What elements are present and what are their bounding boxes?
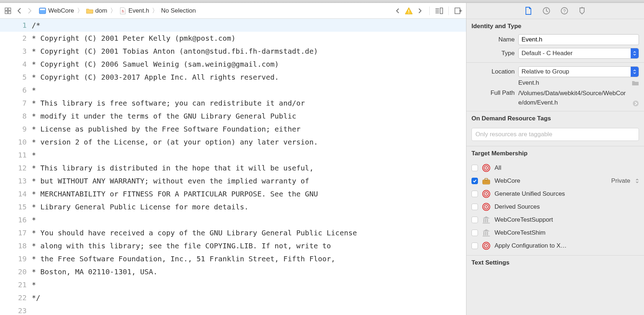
chevron-right-icon: 〉 bbox=[109, 6, 117, 15]
target-row: All bbox=[470, 161, 640, 174]
code-text: * MERCHANTABILITY or FITNESS FOR A PARTI… bbox=[32, 187, 466, 200]
code-line[interactable]: 15 * Library General Public License for … bbox=[0, 200, 466, 213]
code-editor[interactable]: 1/*2 * Copyright (C) 2001 Peter Kelly (p… bbox=[0, 19, 466, 315]
target-visibility[interactable]: Private bbox=[611, 177, 632, 185]
history-inspector-tab[interactable] bbox=[542, 6, 551, 15]
crumb-folder[interactable]: dom bbox=[85, 6, 109, 15]
target-row: Apply Configuration to X… bbox=[470, 239, 640, 252]
code-line[interactable]: 10 * version 2 of the License, or (at yo… bbox=[0, 136, 466, 148]
svg-rect-37 bbox=[487, 219, 488, 222]
line-number: 13 bbox=[0, 174, 32, 187]
code-line[interactable]: 1/* bbox=[0, 19, 466, 32]
name-label: Name bbox=[471, 36, 515, 43]
code-line[interactable]: 8 * modify it under the terms of the GNU… bbox=[0, 110, 466, 123]
text-settings-title: Text Settings bbox=[466, 256, 644, 266]
code-line[interactable]: 6 * bbox=[0, 84, 466, 97]
code-text bbox=[32, 304, 466, 315]
line-number: 3 bbox=[0, 45, 32, 58]
code-text: * You should have received a copy of the… bbox=[32, 226, 466, 239]
code-line[interactable]: 9 * License as published by the Free Sof… bbox=[0, 123, 466, 136]
code-line[interactable]: 20 * Boston, MA 02110-1301, USA. bbox=[0, 265, 466, 278]
target-checkbox[interactable] bbox=[471, 191, 478, 197]
code-line[interactable]: 3 * Copyright (C) 2001 Tobias Anton (ant… bbox=[0, 45, 466, 58]
code-line[interactable]: 7 * This library is free software; you c… bbox=[0, 97, 466, 110]
svg-rect-0 bbox=[5, 8, 8, 10]
file-inspector-tab[interactable] bbox=[524, 6, 533, 15]
code-text: /* bbox=[32, 19, 466, 32]
svg-rect-40 bbox=[483, 232, 484, 235]
add-editor-button[interactable] bbox=[453, 6, 463, 16]
code-line[interactable]: 14 * MERCHANTABILITY or FITNESS FOR A PA… bbox=[0, 187, 466, 200]
line-number: 21 bbox=[0, 278, 32, 291]
type-select-value: Default - C Header bbox=[522, 50, 573, 57]
code-text: * bbox=[32, 278, 466, 291]
choose-folder-button[interactable] bbox=[632, 80, 639, 86]
code-text: * This library is free software; you can… bbox=[32, 97, 466, 110]
identity-section-title: Identity and Type bbox=[466, 19, 644, 33]
target-checkbox[interactable] bbox=[471, 165, 478, 171]
line-number: 9 bbox=[0, 123, 32, 136]
target-checkbox[interactable] bbox=[471, 204, 478, 210]
code-line[interactable]: 19 * the Free Software Foundation, Inc.,… bbox=[0, 252, 466, 265]
line-number: 11 bbox=[0, 148, 32, 161]
code-line[interactable]: 2 * Copyright (C) 2001 Peter Kelly (pmk@… bbox=[0, 32, 466, 45]
svg-rect-13 bbox=[440, 8, 443, 14]
line-number: 6 bbox=[0, 84, 32, 97]
divider bbox=[448, 6, 449, 15]
bullseye-icon bbox=[482, 189, 491, 199]
line-number: 7 bbox=[0, 97, 32, 110]
jump-bar: WebCore 〉 dom 〉 h Event.h bbox=[0, 3, 466, 19]
svg-rect-14 bbox=[455, 8, 460, 14]
target-name: WebCoreTestShim bbox=[495, 229, 639, 236]
reveal-in-finder-button[interactable] bbox=[632, 100, 639, 107]
target-checkbox[interactable] bbox=[471, 243, 478, 249]
stepper-icon[interactable] bbox=[635, 178, 639, 184]
target-checkbox[interactable] bbox=[471, 178, 478, 184]
prev-issue-button[interactable] bbox=[393, 6, 403, 16]
nav-back-button[interactable] bbox=[14, 6, 24, 16]
target-checkbox[interactable] bbox=[471, 230, 478, 236]
next-issue-button[interactable] bbox=[415, 6, 425, 16]
select-arrows-icon bbox=[631, 67, 639, 77]
code-text: * along with this library; see the file … bbox=[32, 239, 466, 252]
editor-options-button[interactable] bbox=[434, 6, 444, 16]
crumb-selection[interactable]: No Selection bbox=[160, 6, 197, 15]
crumb-selection-label: No Selection bbox=[161, 7, 196, 14]
code-line[interactable]: 11 * bbox=[0, 148, 466, 161]
code-line[interactable]: 16 * bbox=[0, 213, 466, 226]
chevron-right-icon: 〉 bbox=[151, 6, 159, 15]
line-number: 1 bbox=[0, 19, 32, 32]
code-line[interactable]: 23 bbox=[0, 304, 466, 315]
code-text: * This library is distributed in the hop… bbox=[32, 161, 466, 174]
tags-section-title: On Demand Resource Tags bbox=[466, 111, 644, 125]
svg-point-46 bbox=[486, 245, 487, 247]
code-line[interactable]: 18 * along with this library; see the fi… bbox=[0, 239, 466, 252]
line-number: 8 bbox=[0, 110, 32, 123]
type-select[interactable]: Default - C Header bbox=[518, 48, 639, 59]
nav-forward-button[interactable] bbox=[24, 6, 35, 16]
code-line[interactable]: 13 * but WITHOUT ANY WARRANTY; without e… bbox=[0, 174, 466, 187]
svg-marker-34 bbox=[483, 216, 490, 218]
svg-point-21 bbox=[633, 101, 639, 106]
target-checkbox[interactable] bbox=[471, 217, 478, 223]
name-field[interactable] bbox=[518, 34, 639, 45]
location-select[interactable]: Relative to Group bbox=[518, 66, 639, 77]
code-line[interactable]: 5 * Copyright (C) 2003-2017 Apple Inc. A… bbox=[0, 71, 466, 84]
code-line[interactable]: 12 * This library is distributed in the … bbox=[0, 161, 466, 174]
crumb-project-label: WebCore bbox=[48, 7, 74, 14]
crumb-project[interactable]: WebCore bbox=[37, 6, 76, 15]
code-line[interactable]: 17 * You should have received a copy of … bbox=[0, 226, 466, 239]
attributes-inspector-tab[interactable] bbox=[578, 6, 587, 15]
crumb-file[interactable]: h Event.h bbox=[118, 6, 151, 15]
fullpath-value: /Volumes/Data/webkit4/Source/WebCore/dom… bbox=[518, 89, 629, 107]
code-line[interactable]: 4 * Copyright (C) 2006 Samuel Weinig (sa… bbox=[0, 58, 466, 71]
svg-point-24 bbox=[486, 167, 487, 169]
tags-field: Only resources are taggable bbox=[471, 128, 639, 141]
bullseye-icon bbox=[482, 163, 491, 173]
xcodeproj-icon bbox=[39, 7, 46, 14]
help-inspector-tab[interactable]: ? bbox=[560, 6, 569, 15]
code-line[interactable]: 22 */ bbox=[0, 291, 466, 304]
code-line[interactable]: 21 * bbox=[0, 278, 466, 291]
related-items-button[interactable] bbox=[3, 6, 13, 16]
svg-rect-7 bbox=[408, 10, 409, 12]
